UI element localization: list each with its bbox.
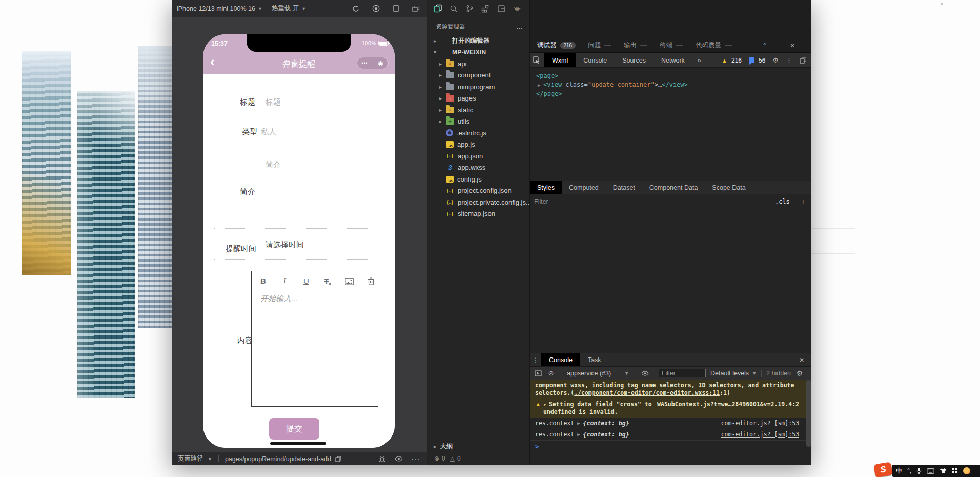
window-close-icon[interactable]: ✕ [940,1,944,7]
submit-button[interactable]: 提交 [269,418,319,440]
console-prompt[interactable]: > [530,441,811,451]
italic-button[interactable]: I [280,276,289,285]
eye-preview-icon[interactable] [395,456,403,462]
console-filter-input[interactable] [659,369,706,377]
bug-debug-icon[interactable] [378,455,386,463]
device-selector[interactable]: iPhone 12/13 mini 100% 16 ▼ [177,5,262,12]
problems-statusbar[interactable]: ⊗ 0 △ 0 [427,453,529,464]
sogou-logo[interactable]: S [873,462,893,477]
tree-item[interactable]: ▸ 打开的编辑器 [427,35,529,47]
add-style-button[interactable]: + [801,197,805,206]
more-tabs-icon[interactable]: » [692,57,706,64]
title-field-input[interactable]: 标题 [266,97,281,107]
devtools-tab[interactable]: Console [576,53,615,67]
search-icon[interactable] [449,4,458,13]
source-link[interactable]: WASubContext.js?t=we…28496001&v=2.19.4:2 [657,401,806,408]
tree-item[interactable]: ▸ miniprogram [427,81,529,93]
source-control-icon[interactable] [465,4,474,13]
page-path-label[interactable]: 页面路径 [178,454,203,463]
wxml-code-view[interactable]: <page> ▶<view class="update-container">…… [530,68,811,181]
skin-tshirt-icon[interactable] [940,465,947,477]
tree-item[interactable]: ▸ static [427,104,529,116]
console-log-message[interactable]: res.context ▶ {context: bg} com-editor.j… [530,418,811,429]
type-field-picker[interactable]: 私人 [261,127,276,137]
teapot-plugin-icon[interactable] [513,4,522,13]
emoji-face-icon[interactable] [963,467,970,474]
capsule-close-icon[interactable]: ◉ [373,59,389,67]
phone-mode-icon[interactable] [392,5,400,13]
capsule-menu-icon[interactable]: ••• [357,61,373,66]
console-log-message[interactable]: res.context ▶ {context: bg} com-editor.j… [530,429,811,441]
debugger-tab[interactable]: 代码质量 [696,38,732,52]
console-warning-message[interactable]: component wxss, including tag name selec… [530,380,811,399]
toggle-class-button[interactable]: .cls [775,198,790,205]
context-selector[interactable]: appservice (#3) ▼ [565,370,631,377]
insert-image-icon[interactable] [345,276,354,285]
styles-tab[interactable]: Scope Data [705,181,752,194]
expand-arrow-icon[interactable]: ▶ [538,81,543,90]
debugger-tab[interactable]: 输出 [624,38,647,52]
hot-reload-selector[interactable]: 热重载 开 ▼ [272,4,306,13]
console-settings-gear-icon[interactable]: ⚙ [795,369,804,377]
styles-tab[interactable]: Component Data [642,181,705,194]
close-panel-icon[interactable]: ✕ [790,42,795,49]
intro-textarea[interactable]: 简介 [266,160,281,170]
collapse-panel-icon[interactable]: ⌃ [762,42,767,49]
tree-item[interactable]: app.wxss [427,162,529,174]
tree-item[interactable]: ▾ MP-WEIXIN [427,47,529,58]
language-mode-button[interactable]: 中 [896,465,902,477]
microphone-icon[interactable] [916,465,922,477]
source-link[interactable]: com-editor.js? [sm]:53 [721,431,806,439]
expand-arrow-icon[interactable]: ▶ [577,431,580,439]
debugger-tab[interactable]: 终端 [660,38,683,52]
debugger-tab[interactable]: 调试器 216 [537,38,576,52]
tree-item[interactable]: ▸ utils [427,116,529,128]
expand-arrow-icon[interactable]: ▸ [543,401,547,408]
editor-placeholder[interactable]: 开始输入... [260,294,298,304]
tree-item[interactable]: ▸ component [427,70,529,82]
log-levels-selector[interactable]: Default levels ▼ [710,370,757,377]
devtools-tab[interactable]: Network [654,53,692,67]
tree-item[interactable]: project.private.config.js... [427,196,529,208]
remote-window-icon[interactable] [497,4,506,13]
tree-item[interactable]: ▸ api [427,58,529,70]
popout-window-icon[interactable] [800,57,806,64]
settings-gear-icon[interactable]: ⚙ [772,56,779,64]
scrollbar[interactable] [806,380,811,447]
debugger-tab[interactable]: 问题 [588,38,611,52]
clear-format-button[interactable]: Tx [323,276,332,285]
time-picker[interactable]: 请选择时间 [266,240,304,250]
more-menu-icon[interactable]: ··· [412,455,421,463]
clear-console-icon[interactable]: ⊘ [547,369,555,377]
devtools-tab[interactable]: Wxml [544,53,576,67]
kebab-menu-icon[interactable]: ⋮ [530,356,541,364]
styles-tab[interactable]: Styles [530,181,562,194]
keyboard-icon[interactable] [927,465,934,477]
delete-trash-icon[interactable] [366,276,375,285]
expand-arrow-icon[interactable]: ▶ [577,420,580,427]
console-tab[interactable]: Console [541,353,580,366]
miniprogram-capsule[interactable]: ••• ◉ [357,57,389,69]
underline-button[interactable]: U [302,276,311,285]
console-tab[interactable]: Task [580,353,609,366]
separate-window-icon[interactable] [412,5,420,13]
record-icon[interactable] [372,5,380,13]
tree-item[interactable]: .eslintrc.js [427,127,529,139]
source-link[interactable]: com-editor.js? [sm]:53 [721,420,806,427]
eye-watch-icon[interactable] [641,371,649,376]
extensions-icon[interactable] [481,4,490,13]
punctuation-mode-button[interactable]: °, [907,465,911,477]
inspect-element-icon[interactable] [530,53,543,67]
tree-item[interactable]: app.json [427,150,529,162]
copy-path-icon[interactable] [335,456,341,462]
tree-item[interactable]: ▸ pages [427,93,529,105]
rich-text-editor[interactable]: B I U Tx 开始输入... [251,271,378,407]
outline-section[interactable]: ▸ 大纲 [427,441,529,452]
source-link[interactable]: ./component/com-editor/com-editor.wxss:1… [574,389,720,396]
toggle-sidebar-icon[interactable] [534,370,542,376]
styles-tab[interactable]: Dataset [606,181,642,194]
styles-tab[interactable]: Computed [562,181,606,194]
tree-item[interactable]: sitemap.json [427,208,529,220]
info-flag-icon[interactable] [749,57,754,63]
files-icon[interactable] [433,4,442,13]
